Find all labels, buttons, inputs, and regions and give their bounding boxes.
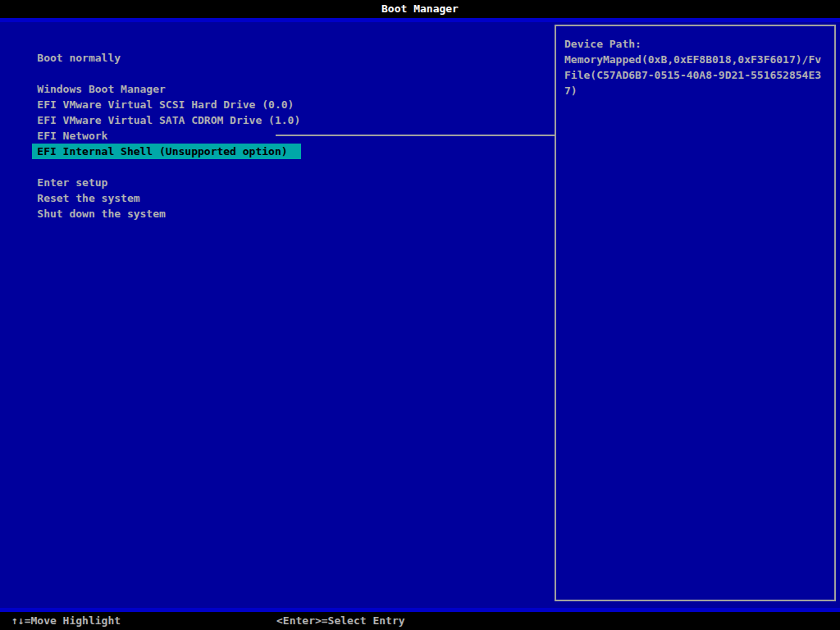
footer-bar: ↑↓=Move Highlight <Enter>=Select Entry: [0, 612, 840, 630]
menu-item-label: EFI VMware Virtual SCSI Hard Drive (0.0): [37, 97, 294, 112]
move-highlight-hint: ↑↓=Move Highlight: [11, 612, 121, 630]
selection-connector-line: [276, 135, 555, 136]
select-entry-hint: <Enter>=Select Entry: [276, 612, 405, 630]
menu-item-label: Enter setup: [37, 175, 107, 190]
menu-item-windows-boot-manager[interactable]: Windows Boot Manager: [0, 66, 555, 81]
menu-item-label: Reset the system: [37, 190, 139, 206]
boot-menu: Boot normally Windows Boot Manager EFI V…: [0, 34, 555, 206]
selected-item-highlight: EFI Internal Shell (Unsupported option): [32, 144, 301, 159]
device-path-line: MemoryMapped(0xB,0xEF8B018,0xF3F6017)/Fv: [564, 52, 828, 67]
menu-item-label: Windows Boot Manager: [37, 81, 166, 97]
menu-item-label: EFI VMware Virtual SATA CDROM Drive (1.0…: [37, 112, 300, 128]
menu-item-label: EFI Network: [37, 128, 107, 144]
menu-item-label: Shut down the system: [37, 206, 166, 221]
device-path-line: File(C57AD6B7-0515-40A8-9D21-551652854E3: [564, 67, 828, 83]
device-path-panel: Device Path: MemoryMapped(0xB,0xEF8B018,…: [555, 25, 836, 601]
menu-item-enter-setup[interactable]: Enter setup: [0, 159, 555, 175]
page-title: Boot Manager: [0, 0, 840, 18]
title-bar: Boot Manager: [0, 0, 840, 18]
top-accent-strip: [0, 18, 840, 22]
menu-item-boot-normally[interactable]: Boot normally: [0, 34, 555, 50]
menu-item-label: Boot normally: [37, 50, 121, 66]
device-path-line: 7): [564, 83, 828, 98]
device-path-heading: Device Path:: [564, 36, 828, 52]
